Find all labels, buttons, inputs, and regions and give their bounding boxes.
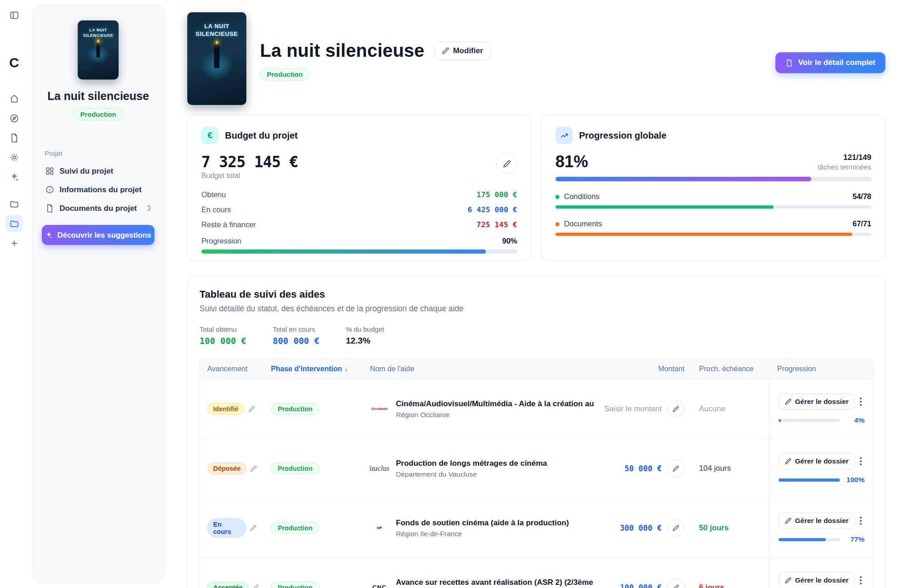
budget-total-amount: 7 325 145 €: [201, 153, 298, 171]
conditions-dot: [555, 195, 559, 199]
budget-card: € Budget du projet 7 325 145 € Budget to…: [187, 115, 531, 261]
manage-dossier-button[interactable]: Gérer le dossier: [779, 513, 855, 529]
conditions-count: 54/78: [853, 192, 871, 201]
tasks-label: tâches terminées: [818, 163, 871, 171]
edit-status-icon[interactable]: [249, 406, 255, 412]
grid-icon: [45, 167, 54, 175]
budget-progress-line: Progression 90%: [201, 237, 517, 245]
progress-card-title: Progression globale: [579, 130, 666, 141]
edit-amount-button[interactable]: [667, 460, 684, 477]
en-cours-value: 6 425 000 €: [468, 205, 517, 214]
stat-total-en-cours: Total en cours 800 000 €: [273, 325, 320, 346]
edit-status-icon[interactable]: [250, 465, 257, 472]
pencil-icon: [503, 160, 511, 168]
column-nom[interactable]: Nom de l'aide: [363, 359, 601, 379]
main-content: LA NUITSILENCIEUSE La nuit silencieuse M…: [168, 0, 909, 588]
edit-status-icon[interactable]: [250, 525, 256, 531]
manage-dossier-button[interactable]: Gérer le dossier: [779, 453, 855, 469]
add-icon[interactable]: [5, 234, 23, 252]
status-badge: Identifié: [207, 403, 245, 415]
phase-badge: Production: [271, 403, 320, 415]
deadline-value: 104 jours: [699, 464, 731, 473]
row-menu-icon[interactable]: [857, 454, 864, 468]
status-badge: En cours: [207, 518, 246, 538]
document-icon[interactable]: [5, 129, 23, 146]
row-progress-bar: [779, 538, 840, 541]
status-badge: Production: [260, 68, 310, 80]
table-header-row: Avancement Phase d'intervention ↓ Nom de…: [200, 359, 873, 379]
euro-icon: €: [201, 127, 219, 144]
budget-progress-value: 90%: [502, 237, 517, 245]
aide-logo: CNC: [370, 578, 389, 588]
documents-count: 67/71: [853, 219, 871, 228]
discover-suggestions-button[interactable]: Découvrir les suggestions: [42, 225, 155, 245]
deadline-value: Aucune: [699, 404, 725, 413]
folder-icon[interactable]: [5, 195, 23, 213]
table-row: Déposée Production Vaucluse Production d…: [200, 439, 873, 498]
stat-cards-row: € Budget du projet 7 325 145 € Budget to…: [187, 115, 885, 261]
column-echeance[interactable]: Proch. échéance: [692, 359, 770, 379]
aide-org: Région Ile-de-France: [396, 530, 569, 538]
sidebar-section-label: Projet: [42, 149, 62, 157]
column-phase-sorted[interactable]: Phase d'intervention ↓: [264, 359, 363, 379]
sidebar-item-documents[interactable]: Documents du projet 3: [42, 199, 155, 218]
status-badge: Déposée: [207, 463, 246, 474]
edit-budget-button[interactable]: [496, 153, 517, 174]
pencil-icon: [785, 399, 791, 405]
manage-dossier-button[interactable]: Gérer le dossier: [779, 394, 855, 410]
global-progress-card: Progression globale 81% 121/149 tâches t…: [541, 115, 885, 261]
aide-logo: Vaucluse: [370, 459, 389, 478]
modify-button-label: Modifier: [453, 46, 483, 55]
edit-amount-button[interactable]: [667, 519, 684, 537]
amount-value: 100 000 €: [620, 583, 662, 588]
sidebar-item-suivi[interactable]: Suivi du projet: [42, 162, 155, 180]
modify-button[interactable]: Modifier: [435, 42, 491, 60]
home-icon[interactable]: [5, 90, 23, 107]
conditions-progress: Conditions 54/78: [555, 192, 871, 209]
budget-row-obtenu: Obtenu 175 000 €: [201, 187, 517, 202]
sidebar-menu: Suivi du projet Informations du projet D…: [42, 162, 155, 218]
settings-gear-icon[interactable]: [5, 149, 23, 166]
file-icon: [785, 59, 793, 67]
row-menu-icon[interactable]: [857, 395, 864, 409]
documents-dot: [555, 222, 559, 226]
aide-name: Avance sur recettes avant réalisation (A…: [396, 578, 594, 587]
budget-row-reste: Reste à financer 725 145 €: [201, 217, 517, 232]
manage-dossier-button[interactable]: Gérer le dossier: [779, 572, 855, 588]
sidebar-item-label: Documents du projet: [60, 204, 137, 213]
suggestions-button-label: Découvrir les suggestions: [57, 231, 151, 239]
column-montant[interactable]: Montant: [601, 359, 692, 379]
view-full-detail-button[interactable]: Voir le détail complet: [775, 52, 885, 73]
aide-logo: Occitanie: [370, 399, 389, 419]
sidebar-item-label: Informations du projet: [60, 185, 141, 194]
column-avancement[interactable]: Avancement: [200, 359, 264, 379]
table-row: En cours Production IdF Fonds de soutien…: [200, 498, 873, 558]
column-progression[interactable]: Progression: [770, 359, 873, 379]
edit-amount-button[interactable]: [667, 400, 684, 418]
global-progress-percent: 81%: [555, 152, 588, 171]
row-menu-icon[interactable]: [857, 514, 864, 528]
pencil-icon: [785, 518, 791, 524]
phase-badge: Production: [271, 582, 320, 588]
compass-icon[interactable]: [5, 110, 23, 127]
aide-name: Cinéma/Audiovisuel/Multimédia - Aide à l…: [396, 399, 594, 409]
aide-name: Fonds de soutien cinéma (aide à la produ…: [396, 518, 569, 528]
row-progress-percent: 4%: [845, 416, 864, 424]
sparkles-icon[interactable]: [5, 168, 23, 185]
documents-count-badge: 3: [147, 204, 151, 213]
conditions-progress-bar: [555, 205, 871, 209]
table-row: Identifié Production Occitanie Cinéma/Au…: [200, 379, 873, 439]
sidebar-toggle-icon[interactable]: [5, 6, 23, 24]
folder-active-icon[interactable]: [5, 215, 23, 232]
status-badge: Production: [73, 108, 123, 120]
header-text: La nuit silencieuse Modifier Production: [260, 12, 491, 105]
phase-badge: Production: [271, 522, 320, 534]
edit-status-icon[interactable]: [252, 584, 259, 588]
edit-amount-button[interactable]: [667, 579, 684, 588]
documents-progress: Documents 67/71: [555, 219, 871, 236]
amount-value: 50 000 €: [624, 464, 662, 473]
row-menu-icon[interactable]: [857, 573, 864, 587]
sidebar-item-informations[interactable]: Informations du projet: [42, 180, 155, 199]
file-icon: [45, 204, 54, 213]
pencil-icon: [785, 458, 791, 464]
